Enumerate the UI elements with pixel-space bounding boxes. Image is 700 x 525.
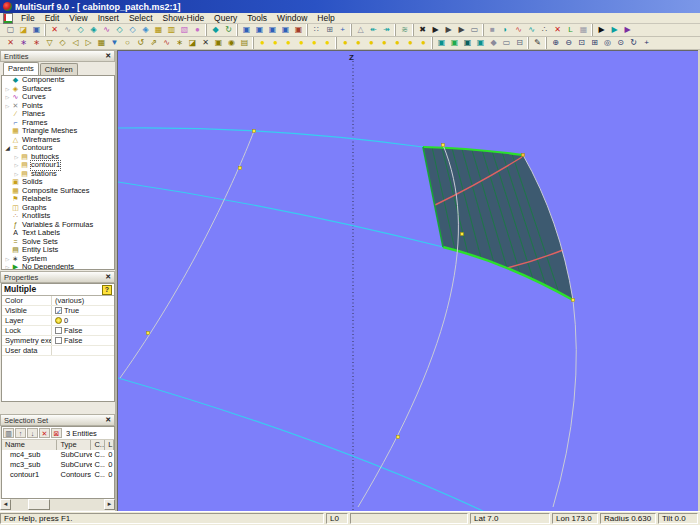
fan-icon[interactable]: ≋ [398, 24, 411, 36]
select-point-icon[interactable]: ▶ [429, 24, 442, 36]
tab-children[interactable]: Children [40, 63, 78, 75]
next-view-icon[interactable]: ↠ [380, 24, 393, 36]
expand-icon[interactable]: ▷ [13, 161, 20, 170]
checkbox-icon[interactable] [55, 327, 62, 334]
hide-q-icon[interactable]: ● [365, 37, 378, 49]
tree-item-graphs[interactable]: ◫Graphs [2, 204, 114, 213]
tree-item-curves[interactable]: ▷∿Curves [2, 93, 114, 102]
menu-select[interactable]: Select [124, 13, 158, 23]
diamond-icon[interactable]: ◆ [487, 37, 500, 49]
zoom-prev-icon[interactable]: ⊙ [614, 37, 627, 49]
move-up-icon[interactable]: ↑ [15, 428, 26, 438]
tree-item-no-dependents[interactable]: ▷▶No Dependents [2, 263, 114, 270]
show-parents-icon[interactable]: ● [269, 37, 282, 49]
insert-grid-icon[interactable]: ▥ [165, 24, 178, 36]
tree-item-components[interactable]: ◆Components [2, 76, 114, 85]
control-point[interactable] [572, 299, 575, 302]
select-curve-icon[interactable]: ▶ [442, 24, 455, 36]
menu-tools[interactable]: Tools [242, 13, 272, 23]
tool-snake-icon[interactable]: ∿ [160, 37, 173, 49]
hide-up-icon[interactable]: ● [352, 37, 365, 49]
show-swap-icon[interactable]: ● [295, 37, 308, 49]
tool-revolve-icon[interactable]: ◉ [225, 37, 238, 49]
probe-icon[interactable]: ◗ [499, 24, 512, 36]
control-point[interactable] [442, 144, 445, 147]
horizontal-scrollbar[interactable]: ◄ ► [0, 499, 115, 510]
view-front-icon[interactable]: ▣ [240, 24, 253, 36]
tab-parents[interactable]: Parents [3, 62, 39, 75]
control-point[interactable] [522, 154, 525, 157]
column-header-name[interactable]: Name [2, 440, 57, 450]
move-down-icon[interactable]: ↓ [27, 428, 38, 438]
copy-icon[interactable]: ▣ [448, 37, 461, 49]
insert-point-icon[interactable]: ◇ [74, 24, 87, 36]
delete-icon[interactable]: ✕ [48, 24, 61, 36]
guide-curve-left[interactable] [120, 131, 254, 378]
export-icon[interactable]: ⊟ [513, 37, 526, 49]
scroll-left-icon[interactable]: ◄ [0, 499, 11, 510]
open-file-icon[interactable]: ◪ [17, 24, 30, 36]
zoom-sel-icon[interactable]: ◎ [601, 37, 614, 49]
tree-item-planes[interactable]: ∕Planes [2, 110, 114, 119]
tree-item-solve-sets[interactable]: =Solve Sets [2, 238, 114, 247]
insert-snake-icon[interactable]: ∿ [100, 24, 113, 36]
expand-icon[interactable]: ▷ [13, 170, 20, 179]
zoom-window-icon[interactable]: ⊡ [575, 37, 588, 49]
tool-list-icon[interactable]: ▤ [238, 37, 251, 49]
tool-projection-icon[interactable]: ⇗ [147, 37, 160, 49]
tree-item-surfaces[interactable]: ▷◈Surfaces [2, 85, 114, 94]
view-side-icon[interactable]: ▣ [253, 24, 266, 36]
menu-window[interactable]: Window [272, 13, 312, 23]
pointer-add-icon[interactable]: ▶ [608, 24, 621, 36]
tool-ccurve-icon[interactable]: ○ [121, 37, 134, 49]
redo-icon[interactable]: ↻ [222, 24, 235, 36]
paste-icon[interactable]: ▣ [461, 37, 474, 49]
tree-item-entity-lists[interactable]: ▤Entity Lists [2, 246, 114, 255]
rotate-view-icon[interactable]: ↻ [627, 37, 640, 49]
help-icon[interactable]: ? [102, 285, 112, 295]
hide-left-icon[interactable]: ● [404, 37, 417, 49]
close-icon[interactable]: ✕ [105, 52, 111, 60]
property-value[interactable]: ✓True [52, 306, 114, 315]
insert-frame-icon[interactable]: ◈ [139, 24, 152, 36]
expand-icon[interactable]: ▷ [4, 263, 11, 270]
column-header-type[interactable]: Type [57, 440, 91, 450]
remove-selected-icon[interactable]: ✕ [39, 428, 50, 438]
show-children-icon[interactable]: ● [282, 37, 295, 49]
view-top-icon[interactable]: ▣ [266, 24, 279, 36]
tool-solid-icon[interactable]: ▣ [212, 37, 225, 49]
menu-show-hide[interactable]: Show-Hide [158, 13, 210, 23]
hide-swap-icon[interactable]: ● [378, 37, 391, 49]
tree-item-composite-surfaces[interactable]: ▦Composite Surfaces [2, 187, 114, 196]
insert-bead-icon[interactable]: ◈ [87, 24, 100, 36]
document-icon[interactable] [3, 13, 13, 24]
select-surface-icon[interactable]: ▶ [455, 24, 468, 36]
zoom-out-icon[interactable]: ⊖ [562, 37, 575, 49]
property-value[interactable]: 0 [52, 316, 114, 325]
master-curve-mid[interactable] [118, 182, 443, 247]
tool-arc-icon[interactable]: ▦ [95, 37, 108, 49]
hide-icon[interactable]: ● [339, 37, 352, 49]
insert-ring-icon[interactable]: ◇ [126, 24, 139, 36]
master-curve-top[interactable] [118, 128, 423, 147]
tool-magnet-icon[interactable]: ◇ [56, 37, 69, 49]
property-value[interactable] [52, 346, 114, 355]
show-prev-icon[interactable]: ● [321, 37, 334, 49]
close-icon[interactable]: ✕ [105, 273, 111, 281]
expand-icon[interactable]: ▷ [4, 93, 11, 102]
sketch-icon[interactable]: ✎ [531, 37, 544, 49]
offsets-icon[interactable]: ▦ [577, 24, 590, 36]
columns-icon[interactable]: ▥ [3, 428, 14, 438]
insert-sphere-icon[interactable]: ● [191, 24, 204, 36]
curvature-icon[interactable]: ∿ [512, 24, 525, 36]
collapse-icon[interactable]: ◢ [4, 144, 11, 153]
tool-star-icon[interactable]: ∗ [173, 37, 186, 49]
tool-bead-icon[interactable]: ▽ [43, 37, 56, 49]
column-header-c[interactable]: C... [91, 440, 105, 450]
insert-mesh-icon[interactable]: ▦ [152, 24, 165, 36]
tool-abs-bead-icon[interactable]: ∗ [30, 37, 43, 49]
tree-item-stations[interactable]: ▷▤stations [2, 170, 114, 179]
control-point[interactable] [461, 233, 464, 236]
tree-item-text-labels[interactable]: AText Labels [2, 229, 114, 238]
column-header-l[interactable]: L [105, 440, 114, 450]
